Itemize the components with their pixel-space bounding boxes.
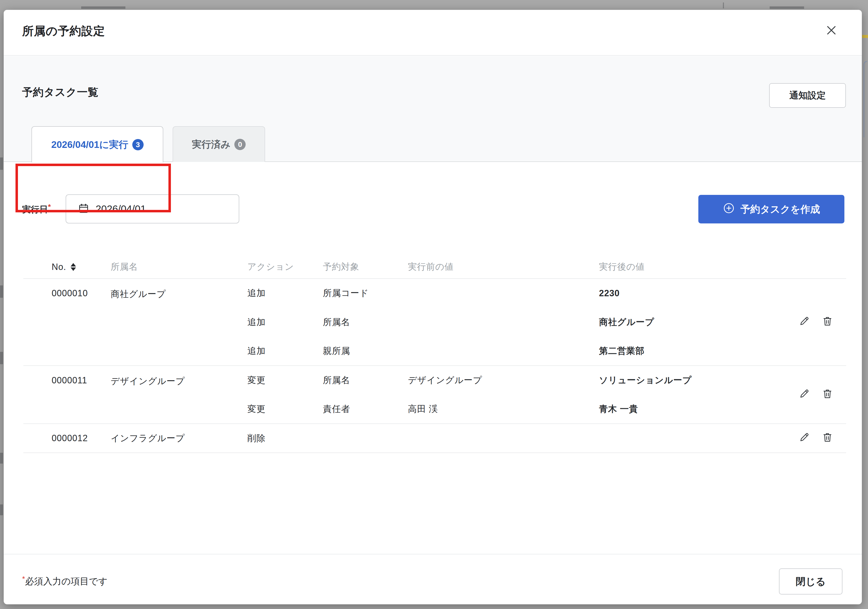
execution-date-input[interactable]: 2026/04/01 [66, 194, 239, 224]
plus-circle-icon [723, 202, 735, 216]
modal-footer: *必須入力の項目です 閉じる [4, 554, 862, 604]
required-asterisk: * [22, 575, 25, 583]
cell-no: 0000012 [23, 424, 111, 453]
cell-after: 青木 一貴 [599, 395, 772, 424]
edit-button[interactable] [798, 432, 810, 443]
cell-row-actions [772, 278, 846, 366]
backdrop-fragment [723, 3, 724, 8]
create-task-button-label: 予約タスクを作成 [740, 202, 820, 216]
delete-button[interactable] [822, 388, 833, 400]
backdrop-panel-corner-fragment [863, 61, 867, 137]
tab-executed-count-badge: 0 [234, 139, 246, 150]
trash-icon [822, 440, 833, 444]
cell-before: 高田 渓 [408, 395, 599, 424]
cell-no: 0000010 [23, 278, 111, 366]
cell-target: 親所属 [323, 337, 408, 366]
modal-header: 所属の予約設定 [4, 10, 862, 56]
cell-target: 所属コード [323, 278, 408, 308]
column-header-no: No. [23, 255, 111, 278]
edit-icon [799, 440, 810, 444]
backdrop-fragment [770, 6, 804, 9]
section-title: 予約タスク一覧 [22, 85, 99, 99]
execution-date-row: 実行日* 2026/04/01 [22, 194, 239, 224]
edit-icon [799, 396, 810, 400]
cell-action: 変更 [247, 366, 323, 395]
cell-no: 0000011 [23, 366, 111, 424]
cell-name: デザイングループ [111, 366, 247, 424]
column-header-target: 予約対象 [323, 255, 408, 278]
calendar-icon [78, 203, 89, 215]
backdrop-fragment [0, 352, 3, 364]
backdrop-fragment [0, 286, 3, 298]
backdrop-yellow-fragment [862, 35, 868, 38]
tab-scheduled-count-badge: 3 [132, 139, 144, 150]
required-asterisk: * [48, 202, 51, 211]
delete-button[interactable] [822, 315, 833, 327]
backdrop-fragment [0, 505, 3, 515]
cell-name: 商社グループ [111, 278, 247, 366]
cell-before [408, 278, 599, 308]
cell-row-actions [772, 366, 846, 424]
cell-action: 追加 [247, 278, 323, 308]
table-row: 0000012 インフラグループ 削除 [23, 424, 846, 453]
cell-name: インフラグループ [111, 424, 247, 453]
edit-button[interactable] [798, 388, 810, 400]
close-modal-button[interactable]: 閉じる [779, 569, 842, 595]
tab-section: 予約タスク一覧 通知設定 2026/04/01に実行 3 実行済み 0 [4, 56, 862, 162]
cell-row-actions [772, 424, 846, 453]
cell-target: 所属名 [323, 366, 408, 395]
cell-action: 削除 [247, 424, 323, 453]
column-header-after: 実行後の値 [599, 255, 772, 278]
column-header-before: 実行前の値 [408, 255, 599, 278]
execution-date-value: 2026/04/01 [96, 203, 146, 215]
reservation-settings-modal: 所属の予約設定 予約タスク一覧 通知設定 2026/04/01に実行 3 実行済… [4, 10, 862, 604]
create-task-button[interactable]: 予約タスクを作成 [698, 195, 845, 224]
cell-action: 追加 [247, 308, 323, 337]
table-row: 0000010 商社グループ 追加 所属コード 2230 [23, 278, 846, 308]
sort-control[interactable]: No. [52, 262, 76, 272]
cell-before [408, 424, 599, 453]
trash-icon [822, 324, 833, 328]
tab-scheduled-label: 2026/04/01に実行 [51, 138, 128, 151]
cell-before [408, 308, 599, 337]
modal-title: 所属の予約設定 [22, 23, 105, 39]
tab-executed-label: 実行済み [192, 138, 231, 151]
tab-executed[interactable]: 実行済み 0 [173, 126, 265, 162]
edit-button[interactable] [798, 315, 810, 327]
close-button[interactable] [823, 23, 839, 38]
cell-after [599, 424, 772, 453]
tab-scheduled[interactable]: 2026/04/01に実行 3 [31, 126, 163, 162]
close-icon [825, 24, 838, 37]
cell-after: 2230 [599, 278, 772, 308]
task-table: No. 所属名 アクション 予約対象 実行前の値 実行後の値 0000010 商… [23, 255, 846, 453]
column-header-name: 所属名 [111, 255, 247, 278]
cell-before: デザイングループ [408, 366, 599, 395]
cell-after: 第二営業部 [599, 337, 772, 366]
sort-icon [71, 263, 76, 271]
table-row: 0000011 デザイングループ 変更 所属名 デザイングループ ソリューション… [23, 366, 846, 395]
edit-icon [799, 324, 810, 328]
execution-date-label: 実行日* [22, 202, 51, 215]
trash-icon [822, 396, 833, 400]
cell-after: 商社グループ [599, 308, 772, 337]
delete-button[interactable] [822, 432, 833, 443]
backdrop-fragment [0, 157, 3, 170]
cell-target [323, 424, 408, 453]
cell-after: ソリューションループ [599, 366, 772, 395]
cell-target: 所属名 [323, 308, 408, 337]
table-header-row: No. 所属名 アクション 予約対象 実行前の値 実行後の値 [23, 255, 846, 278]
required-note: *必須入力の項目です [22, 575, 107, 587]
backdrop-fragment [0, 453, 3, 464]
cell-action: 追加 [247, 337, 323, 366]
column-header-actions [772, 255, 846, 278]
notification-settings-button[interactable]: 通知設定 [769, 83, 846, 108]
cell-action: 変更 [247, 395, 323, 424]
backdrop-fragment [81, 6, 126, 9]
cell-target: 責任者 [323, 395, 408, 424]
column-header-action: アクション [247, 255, 323, 278]
cell-before [408, 337, 599, 366]
